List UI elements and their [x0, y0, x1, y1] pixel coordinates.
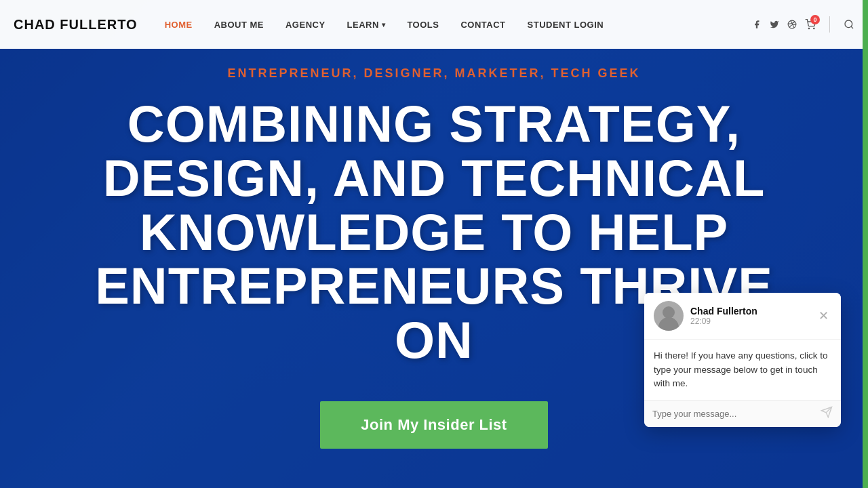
facebook-icon[interactable] [752, 20, 762, 29]
svg-point-3 [845, 20, 852, 28]
nav-student-login[interactable]: STUDENT LOGIN [517, 0, 615, 49]
twitter-icon[interactable] [770, 20, 779, 29]
chat-name-time: Chad Fullerton 22:09 [690, 306, 816, 326]
cta-button[interactable]: Join My Insider List [320, 401, 547, 449]
dribbble-icon[interactable] [787, 20, 797, 29]
svg-line-4 [851, 26, 853, 28]
hero-subtitle: ENTREPRENEUR, DESIGNER, MARKETER, TECH G… [227, 66, 640, 81]
chat-header: Chad Fullerton 22:09 ✕ [644, 293, 841, 340]
chat-send-icon[interactable] [821, 406, 833, 422]
site-logo[interactable]: CHAD FULLERTO [14, 17, 138, 33]
navbar: CHAD FULLERTO HOME ABOUT ME AGENCY LEARN… [0, 0, 868, 49]
nav-tools[interactable]: TOOLS [396, 0, 450, 49]
chat-widget: Chad Fullerton 22:09 ✕ Hi there! If you … [644, 293, 841, 427]
nav-divider [829, 16, 830, 33]
search-icon[interactable] [844, 19, 854, 30]
hero-section: CHAD FULLERTO HOME ABOUT ME AGENCY LEARN… [0, 0, 868, 488]
right-accent-bar [863, 0, 868, 488]
chat-timestamp: 22:09 [690, 317, 816, 326]
chat-name: Chad Fullerton [690, 306, 816, 317]
chat-message: Hi there! If you have any questions, cli… [644, 340, 841, 400]
nav-agency[interactable]: AGENCY [275, 0, 336, 49]
nav-learn[interactable]: LEARN ▾ [336, 0, 397, 49]
chat-message-input[interactable] [652, 409, 821, 419]
chat-close-button[interactable]: ✕ [816, 307, 831, 325]
svg-point-2 [814, 28, 814, 28]
cart-count: 0 [810, 15, 820, 24]
cart-button[interactable]: 0 [805, 19, 816, 30]
nav-about[interactable]: ABOUT ME [203, 0, 275, 49]
nav-links: HOME ABOUT ME AGENCY LEARN ▾ TOOLS CONTA… [154, 0, 752, 49]
nav-icons: 0 [752, 16, 854, 33]
chat-input-area [644, 400, 841, 427]
nav-home[interactable]: HOME [154, 0, 203, 49]
chat-avatar [654, 301, 684, 331]
svg-point-1 [808, 28, 809, 28]
nav-contact[interactable]: CONTACT [450, 0, 516, 49]
learn-chevron-icon: ▾ [382, 21, 386, 28]
